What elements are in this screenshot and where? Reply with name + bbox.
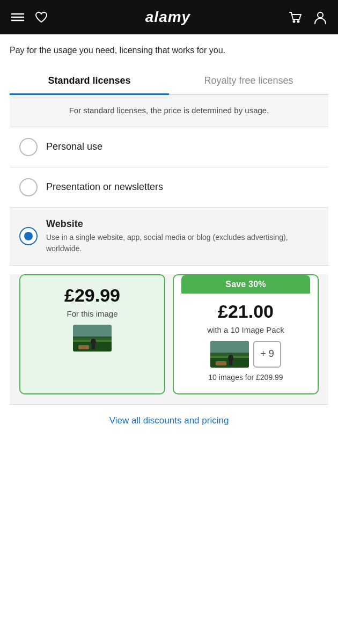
user-button[interactable] (313, 10, 327, 25)
subtitle-text: Pay for the usage you need, licensing th… (10, 44, 328, 57)
pack-card-inner: £21.00 with a 10 Image Pack (181, 294, 310, 386)
heart-icon (34, 11, 48, 24)
svg-rect-20 (229, 360, 232, 365)
pack-thumbnail (210, 341, 249, 368)
user-icon (313, 10, 327, 25)
view-all-section: View all discounts and pricing (10, 405, 328, 431)
pack-price: £21.00 (218, 301, 274, 322)
single-thumbnail (73, 325, 112, 352)
menu-icon (11, 12, 25, 23)
view-all-link[interactable]: View all discounts and pricing (109, 415, 229, 426)
license-label-personal: Personal use (46, 141, 102, 152)
license-label-website: Website (46, 218, 319, 230)
cart-button[interactable] (288, 10, 303, 25)
pricing-section: £29.99 For this image (10, 274, 328, 405)
info-text: For standard licenses, the price is dete… (69, 106, 269, 115)
website-label-group: Website Use in a single website, app, so… (46, 218, 319, 254)
svg-point-5 (318, 12, 323, 18)
pack-label: with a 10 Image Pack (207, 325, 284, 334)
price-card-pack[interactable]: Save 30% £21.00 with a 10 Image Pack (173, 274, 319, 394)
plus-count: + 9 (260, 348, 274, 360)
svg-rect-12 (92, 344, 95, 349)
svg-rect-10 (73, 325, 112, 336)
svg-point-3 (293, 21, 295, 23)
license-option-presentation[interactable]: Presentation or newsletters (10, 167, 328, 208)
save-badge: Save 30% (181, 275, 310, 294)
menu-button[interactable] (11, 12, 25, 23)
license-label-presentation: Presentation or newsletters (46, 181, 163, 193)
radio-website (19, 227, 38, 245)
plus-box: + 9 (253, 341, 281, 368)
header-left (11, 11, 48, 24)
single-price: £29.99 (64, 285, 120, 306)
app-logo: alamy (145, 9, 190, 26)
header-right (288, 10, 327, 25)
license-option-website[interactable]: Website Use in a single website, app, so… (10, 208, 328, 266)
radio-presentation (19, 178, 38, 196)
cart-icon (288, 10, 303, 25)
pack-total: 10 images for £209.99 (208, 373, 283, 382)
pack-images: + 9 (210, 341, 281, 368)
license-option-personal[interactable]: Personal use (10, 127, 328, 167)
info-box: For standard licenses, the price is dete… (10, 95, 328, 127)
single-label: For this image (67, 309, 117, 318)
heart-button[interactable] (34, 11, 48, 24)
tab-royalty[interactable]: Royalty free licenses (169, 69, 328, 94)
svg-rect-21 (216, 361, 226, 365)
app-header: alamy (0, 0, 338, 34)
radio-personal (19, 138, 38, 156)
radio-website-dot (24, 232, 33, 240)
main-content: Pay for the usage you need, licensing th… (0, 34, 338, 431)
svg-point-4 (298, 21, 299, 23)
svg-rect-18 (210, 341, 249, 353)
license-tabs: Standard licenses Royalty free licenses (10, 69, 328, 95)
tab-standard[interactable]: Standard licenses (10, 69, 169, 94)
price-card-single[interactable]: £29.99 For this image (19, 274, 165, 394)
pricing-row: £29.99 For this image (19, 274, 319, 394)
svg-rect-13 (78, 345, 89, 349)
license-desc-website: Use in a single website, app, social med… (46, 232, 319, 254)
